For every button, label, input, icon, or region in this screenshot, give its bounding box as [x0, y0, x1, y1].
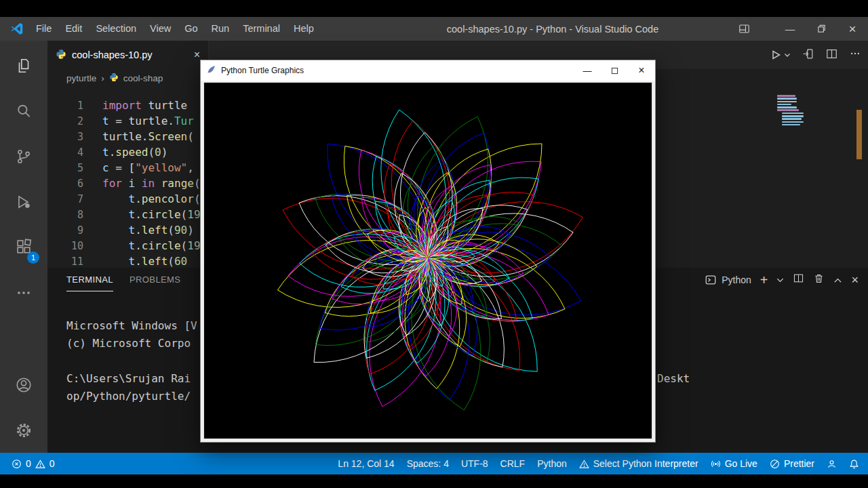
tk-feather-icon [207, 65, 216, 76]
vscode-window: File Edit Selection View Go Run Terminal… [0, 17, 868, 474]
status-right: Ln 12, Col 14 Spaces: 4 UTF-8 CRLF Pytho… [332, 453, 865, 474]
menu-selection[interactable]: Selection [89, 17, 143, 41]
status-left: 0 0 [5, 453, 61, 474]
account-icon[interactable] [0, 362, 47, 407]
status-bar: 0 0 Ln 12, Col 14 Spaces: 4 UTF-8 CRLF P… [0, 453, 868, 474]
breadcrumb-file[interactable]: cool-shap [123, 73, 163, 83]
menubar: File Edit Selection View Go Run Terminal… [29, 17, 321, 41]
indentation-status[interactable]: Spaces: 4 [401, 453, 455, 474]
open-to-side-icon[interactable] [802, 47, 814, 63]
editor-actions [769, 41, 861, 69]
eol-status[interactable]: CRLF [494, 453, 532, 474]
tab-label: cool-shapes-10.py [72, 49, 153, 60]
window-controls: — × [728, 17, 868, 41]
shell-label: Python [722, 274, 751, 285]
activity-bar: 1 [0, 41, 47, 453]
overview-ruler-decoration [856, 110, 862, 159]
menu-run[interactable]: Run [205, 17, 237, 41]
kill-terminal-icon[interactable] [813, 272, 825, 287]
extensions-badge: 1 [27, 251, 39, 264]
python-file-icon [109, 73, 119, 84]
python-interpreter-status[interactable]: Select Python Interpreter [573, 453, 705, 474]
restore-button[interactable] [806, 17, 837, 41]
terminal-dropdown-icon[interactable] [776, 274, 784, 286]
minimap[interactable] [777, 95, 853, 127]
menu-terminal[interactable]: Terminal [236, 17, 287, 41]
explorer-icon[interactable] [0, 43, 47, 88]
errors-icon [12, 459, 22, 469]
editor-more-actions-icon[interactable] [849, 47, 861, 62]
close-panel-icon[interactable]: × [851, 274, 859, 286]
breadcrumb-folder[interactable]: pyturtle [66, 73, 96, 83]
tab-close-icon[interactable]: × [194, 49, 200, 61]
vscode-logo-icon [9, 22, 24, 36]
menu-help[interactable]: Help [287, 17, 321, 41]
feedback-icon[interactable] [821, 453, 843, 474]
prettier-status[interactable]: Prettier [764, 453, 821, 474]
cursor-position[interactable]: Ln 12, Col 14 [332, 453, 400, 474]
source-control-icon[interactable] [0, 134, 47, 179]
tab-terminal[interactable]: TERMINAL [66, 268, 113, 291]
shell-selector[interactable]: Python [705, 274, 751, 286]
warning-count: 0 [50, 458, 55, 469]
panel-actions: Python + × [705, 268, 859, 291]
turtle-graphics-window[interactable]: Python Turtle Graphics — × [200, 60, 656, 443]
problems-status[interactable]: 0 0 [5, 453, 61, 474]
menu-view[interactable]: View [143, 17, 178, 41]
window-title: cool-shapes-10.py - Python - Visual Stud… [447, 24, 658, 35]
maximize-panel-icon[interactable] [833, 274, 842, 286]
error-count: 0 [26, 458, 31, 469]
menu-edit[interactable]: Edit [58, 17, 89, 41]
customize-layout-icon[interactable] [728, 17, 760, 41]
turtle-window-controls: — × [574, 60, 655, 81]
warning-icon [579, 459, 589, 469]
slash-circle-icon [770, 459, 780, 469]
turtle-window-titlebar[interactable]: Python Turtle Graphics — × [201, 60, 655, 81]
warnings-icon [35, 459, 45, 469]
turtle-canvas [204, 83, 652, 439]
turtle-close-button[interactable]: × [628, 60, 655, 81]
run-debug-icon[interactable] [0, 179, 47, 224]
new-terminal-icon[interactable]: + [760, 273, 768, 287]
minimize-button[interactable]: — [774, 17, 806, 41]
turtle-minimize-button[interactable]: — [574, 60, 601, 81]
go-live-label: Go Live [725, 458, 757, 469]
prettier-label: Prettier [784, 458, 814, 469]
broadcast-icon [711, 459, 721, 469]
menu-file[interactable]: File [29, 17, 58, 41]
turtle-maximize-button[interactable] [601, 60, 628, 81]
breadcrumb-separator: › [101, 73, 104, 83]
go-live-status[interactable]: Go Live [705, 453, 764, 474]
settings-gear-icon[interactable] [0, 407, 47, 453]
notifications-bell-icon[interactable] [843, 453, 865, 474]
extensions-icon[interactable]: 1 [0, 224, 47, 270]
more-actions-icon[interactable] [0, 270, 47, 315]
tab-problems[interactable]: PROBLEMS [130, 268, 180, 291]
turtle-window-title: Python Turtle Graphics [221, 66, 304, 75]
turtle-canvas-area [203, 82, 652, 439]
tab-cool-shapes-10[interactable]: cool-shapes-10.py × [47, 41, 209, 69]
interpreter-label: Select Python Interpreter [593, 458, 698, 469]
search-icon[interactable] [0, 88, 47, 134]
python-file-icon [56, 49, 66, 62]
encoding-status[interactable]: UTF-8 [455, 453, 494, 474]
language-mode[interactable]: Python [531, 453, 573, 474]
split-terminal-icon[interactable] [793, 272, 804, 287]
split-editor-icon[interactable] [825, 47, 838, 63]
titlebar: File Edit Selection View Go Run Terminal… [0, 17, 868, 41]
close-button[interactable]: × [837, 17, 868, 41]
menu-go[interactable]: Go [178, 17, 204, 41]
run-button[interactable] [769, 48, 791, 62]
